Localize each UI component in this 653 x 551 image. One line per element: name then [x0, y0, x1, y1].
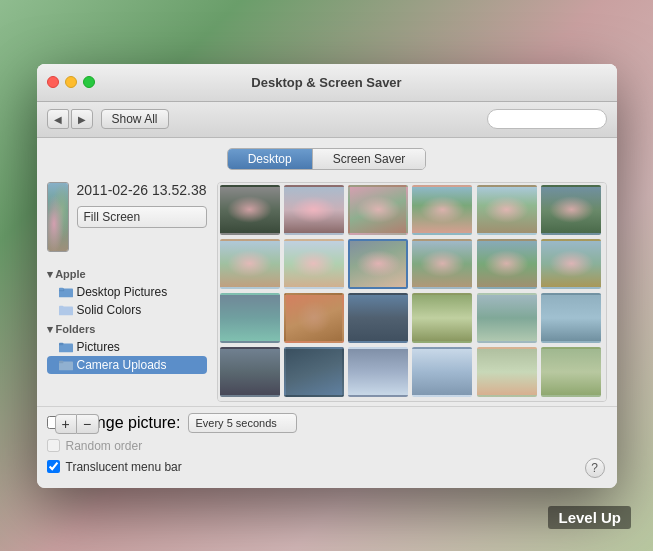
- photo-20[interactable]: [284, 347, 344, 397]
- photo-8[interactable]: [284, 239, 344, 289]
- right-panel: [217, 182, 607, 402]
- photo-1[interactable]: [220, 185, 280, 235]
- photo-4[interactable]: [412, 185, 472, 235]
- photo-14[interactable]: [284, 293, 344, 343]
- photo-18[interactable]: [541, 293, 601, 343]
- close-button[interactable]: [47, 76, 59, 88]
- forward-button[interactable]: ▶: [71, 109, 93, 129]
- photo-12[interactable]: [541, 239, 601, 289]
- random-order-row: Random order: [47, 439, 143, 453]
- fill-screen-dropdown-wrapper: Fill Screen Fit to Screen Stretch to Fil…: [77, 206, 207, 228]
- nav-buttons: ◀ ▶: [47, 109, 93, 129]
- photo-16[interactable]: [412, 293, 472, 343]
- bottom-bar: + − Change picture: Every 5 seconds Ever…: [37, 406, 617, 488]
- bottom-controls: Change picture: Every 5 seconds Every 1 …: [47, 413, 607, 478]
- photo-21[interactable]: [348, 347, 408, 397]
- sidebar-section-folders: ▾ Folders Pictures Camera Uploa: [47, 323, 207, 374]
- svg-rect-8: [59, 360, 63, 363]
- window-title: Desktop & Screen Saver: [251, 75, 401, 90]
- photo-7[interactable]: [220, 239, 280, 289]
- photo-15[interactable]: [348, 293, 408, 343]
- sidebar-desktop-pictures-label: Desktop Pictures: [77, 285, 168, 299]
- sidebar-solid-colors-label: Solid Colors: [77, 303, 142, 317]
- translucent-menu-bar-label: Translucent menu bar: [66, 460, 182, 474]
- photo-3[interactable]: [348, 185, 408, 235]
- preview-thumbnail: [47, 182, 69, 252]
- tabs-row: Desktop Screen Saver: [37, 138, 617, 176]
- back-button[interactable]: ◀: [47, 109, 69, 129]
- sidebar-folders-label: ▾ Folders: [47, 323, 207, 336]
- photo-2[interactable]: [284, 185, 344, 235]
- sidebar-pictures-label: Pictures: [77, 340, 120, 354]
- add-button[interactable]: +: [55, 414, 77, 434]
- help-button[interactable]: ?: [585, 458, 605, 478]
- interval-select[interactable]: Every 5 seconds Every 1 minute Every 5 m…: [188, 413, 297, 433]
- photo-11[interactable]: [477, 239, 537, 289]
- photo-22[interactable]: [412, 347, 472, 397]
- main-content: 2011-02-26 13.52.38 Fill Screen Fit to S…: [37, 176, 617, 406]
- titlebar: Desktop & Screen Saver: [37, 64, 617, 102]
- fill-screen-dropdown[interactable]: Fill Screen Fit to Screen Stretch to Fil…: [77, 206, 207, 228]
- sidebar-apple-label: ▾ Apple: [47, 268, 207, 281]
- level-up-badge: Level Up: [548, 506, 631, 529]
- preview-datetime: 2011-02-26 13.52.38: [77, 182, 207, 198]
- photo-5[interactable]: [477, 185, 537, 235]
- random-order-label: Random order: [66, 439, 143, 453]
- photo-10[interactable]: [412, 239, 472, 289]
- photo-17[interactable]: [477, 293, 537, 343]
- camera-uploads-icon: [59, 359, 73, 371]
- folder-icon: [59, 286, 73, 298]
- tab-group: Desktop Screen Saver: [227, 148, 427, 170]
- random-order-checkbox[interactable]: [47, 439, 60, 452]
- photo-9[interactable]: [348, 239, 408, 289]
- interval-wrapper: Every 5 seconds Every 1 minute Every 5 m…: [188, 413, 297, 433]
- left-panel: 2011-02-26 13.52.38 Fill Screen Fit to S…: [47, 182, 207, 402]
- photo-13[interactable]: [220, 293, 280, 343]
- photos-grid-container: [217, 182, 607, 402]
- translucent-menu-bar-row: Translucent menu bar: [47, 460, 182, 474]
- svg-rect-6: [59, 342, 63, 345]
- search-input[interactable]: [487, 109, 607, 129]
- preview-area: 2011-02-26 13.52.38 Fill Screen Fit to S…: [47, 182, 207, 260]
- sidebar-item-pictures[interactable]: Pictures: [47, 338, 207, 356]
- traffic-lights: [47, 76, 95, 88]
- add-remove-buttons: + −: [55, 414, 99, 434]
- preview-image: [48, 183, 68, 251]
- sidebar-item-solid-colors[interactable]: Solid Colors: [47, 301, 207, 319]
- tab-desktop[interactable]: Desktop: [228, 149, 313, 169]
- minimize-button[interactable]: [65, 76, 77, 88]
- photo-24[interactable]: [541, 347, 601, 397]
- photos-grid[interactable]: [218, 183, 606, 401]
- sidebar-tree: ▾ Apple Desktop Pictures: [47, 268, 207, 374]
- photo-6[interactable]: [541, 185, 601, 235]
- show-all-button[interactable]: Show All: [101, 109, 169, 129]
- toolbar: ◀ ▶ Show All: [37, 102, 617, 138]
- sidebar-item-desktop-pictures[interactable]: Desktop Pictures: [47, 283, 207, 301]
- tab-screensaver[interactable]: Screen Saver: [313, 149, 426, 169]
- sidebar-section-apple: ▾ Apple Desktop Pictures: [47, 268, 207, 319]
- remove-button[interactable]: −: [77, 414, 99, 434]
- main-window: Desktop & Screen Saver ◀ ▶ Show All Desk…: [37, 64, 617, 488]
- preview-info: 2011-02-26 13.52.38 Fill Screen Fit to S…: [77, 182, 207, 228]
- photo-23[interactable]: [477, 347, 537, 397]
- translucent-menu-bar-checkbox[interactable]: [47, 460, 60, 473]
- sidebar-camera-uploads-label: Camera Uploads: [77, 358, 167, 372]
- svg-rect-4: [59, 305, 63, 308]
- photo-19[interactable]: [220, 347, 280, 397]
- maximize-button[interactable]: [83, 76, 95, 88]
- svg-rect-2: [59, 287, 63, 290]
- sidebar-item-camera-uploads[interactable]: Camera Uploads: [47, 356, 207, 374]
- pictures-folder-icon: [59, 341, 73, 353]
- solid-colors-icon: [59, 304, 73, 316]
